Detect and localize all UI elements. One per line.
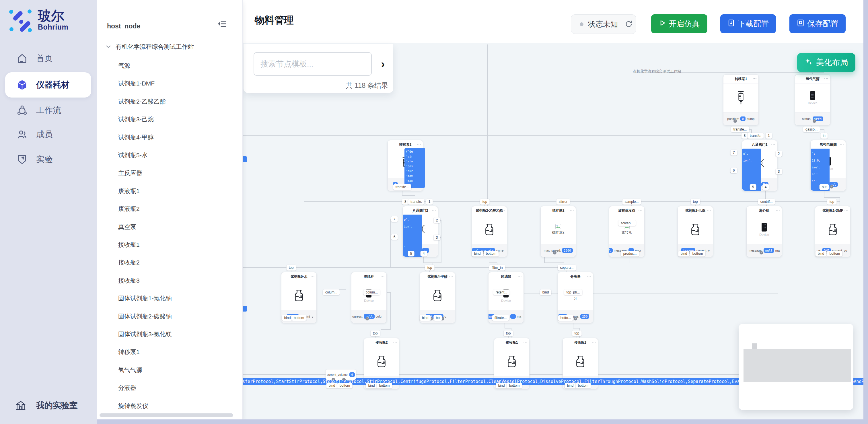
node-menu-icon[interactable] xyxy=(587,276,591,277)
port-label[interactable]: 2 xyxy=(434,217,440,223)
port-label[interactable]: produc... xyxy=(621,251,639,256)
node-menu-icon[interactable] xyxy=(840,144,844,145)
port-label[interactable]: separa... xyxy=(558,265,576,271)
port-label[interactable]: bottom xyxy=(576,383,591,388)
port-label[interactable]: 4 xyxy=(421,251,427,256)
sidebar-item-my-lab[interactable]: 我的实验室 xyxy=(0,394,97,418)
value-chip[interactable]: l xyxy=(609,248,613,253)
sidebar-item-仪器耗材[interactable]: 仪器耗材 xyxy=(5,72,91,97)
node-menu-icon[interactable] xyxy=(381,276,384,277)
node-menu-icon[interactable] xyxy=(771,144,775,145)
node-氢气气源[interactable]: 氢气气源Devicestatus:OPEN› xyxy=(795,74,830,125)
hidden-node-param[interactable]: current_volume:0›› xyxy=(326,369,356,380)
tree-item-废液瓶1[interactable]: 废液瓶1 xyxy=(118,186,239,196)
node-menu-icon[interactable] xyxy=(393,342,397,342)
port-label[interactable]: top xyxy=(827,199,837,205)
refresh-icon[interactable] xyxy=(625,20,633,28)
port-label[interactable]: 6 xyxy=(731,168,737,173)
node-离心机[interactable]: 离心机Devicemessage:nullma› xyxy=(746,206,782,257)
port-label[interactable]: gasso... xyxy=(803,126,820,132)
port-label[interactable]: bind xyxy=(815,251,827,256)
port-label[interactable]: stirrer xyxy=(557,199,570,205)
start-simulation-button[interactable]: 开启仿真 xyxy=(651,14,707,33)
port-label[interactable]: bind xyxy=(496,383,507,388)
tree-item-旋转蒸发仪[interactable]: 旋转蒸发仪 xyxy=(118,401,239,411)
download-config-button[interactable]: 下载配置 xyxy=(720,14,776,33)
node-menu-icon[interactable] xyxy=(639,210,642,211)
save-config-button[interactable]: 保存配置 xyxy=(789,14,846,33)
tree-item-分液器[interactable]: 分液器 xyxy=(118,383,239,393)
port-label[interactable]: filter_in xyxy=(489,265,505,271)
port-label[interactable]: 1 xyxy=(426,199,433,205)
port-label[interactable]: in xyxy=(820,133,828,139)
tree-item-氢气气源[interactable]: 氢气气源 xyxy=(118,365,239,375)
port-label[interactable]: 6 xyxy=(391,234,398,240)
node-试剂瓶1-DMF[interactable]: 试剂瓶1-DMFe:DMFcurrent_vo›› xyxy=(815,206,850,257)
port-label[interactable]: 8 xyxy=(742,133,748,139)
node-menu-icon[interactable] xyxy=(311,276,314,277)
node-八通阀门1[interactable]: 八通阀门1status:Id›p', ion': ' xyxy=(742,140,777,191)
node-menu-icon[interactable] xyxy=(501,210,505,211)
port-label[interactable]: bottom xyxy=(377,383,392,388)
node-转移泵2[interactable]: 转移泵20pump_info:›{'de 'vir 'sta 'pos 'cur… xyxy=(388,140,423,191)
node-menu-icon[interactable] xyxy=(844,210,848,211)
port-label[interactable]: top xyxy=(480,199,490,205)
edge[interactable] xyxy=(391,219,395,268)
node-试剂瓶2-乙酸乙酯[interactable]: 试剂瓶2-乙酸乙酯hyl_acetatecurre›› xyxy=(472,206,507,257)
node-menu-icon[interactable] xyxy=(432,210,436,211)
node-洗脱柱[interactable]: 洗脱柱Deviceogress:nullcolu› xyxy=(351,272,387,323)
port-label[interactable]: bind xyxy=(565,383,576,388)
tree-item-试剂瓶2-乙酸乙酯[interactable]: 试剂瓶2-乙酸乙酯 xyxy=(118,97,239,107)
port-label[interactable]: bottom xyxy=(827,251,842,256)
tree-item-转移泵1[interactable]: 转移泵1 xyxy=(118,347,239,357)
sidebar-item-成员[interactable]: 成员 xyxy=(0,122,97,147)
edge[interactable] xyxy=(730,155,734,202)
port-handle-icon[interactable]: › xyxy=(366,317,369,321)
port-label[interactable]: bind xyxy=(678,251,689,256)
sidebar-item-工作流[interactable]: 工作流 xyxy=(0,98,97,122)
port-label[interactable]: 8 xyxy=(402,199,409,205)
port-label[interactable]: bind xyxy=(420,315,431,321)
tree-item-固体试剂瓶1-氯化钠[interactable]: 固体试剂瓶1-氯化钠 xyxy=(118,294,239,303)
port-label[interactable]: top xyxy=(425,265,435,271)
port-label[interactable]: solven... xyxy=(618,220,636,226)
tree-item-接收瓶2[interactable]: 接收瓶2 xyxy=(118,258,239,267)
port-label[interactable]: transfe... xyxy=(731,126,749,132)
port-label[interactable]: 5 xyxy=(750,184,756,190)
port-label[interactable]: out xyxy=(819,184,829,190)
tree-item-真空泵[interactable]: 真空泵 xyxy=(118,222,239,232)
port-label[interactable]: filtrate... xyxy=(492,315,509,321)
port-label[interactable]: sample... xyxy=(622,199,641,205)
port-label[interactable]: top xyxy=(371,331,380,336)
port-label[interactable]: bind xyxy=(366,383,377,388)
port-label[interactable]: bind xyxy=(327,383,338,388)
search-input[interactable] xyxy=(254,52,372,76)
port-label[interactable]: 1 xyxy=(766,133,772,139)
tree-item-主反应器[interactable]: 主反应器 xyxy=(118,168,239,178)
node-menu-icon[interactable] xyxy=(707,210,711,211)
node-menu-icon[interactable] xyxy=(417,144,421,145)
port-label[interactable]: top xyxy=(691,199,700,205)
edge[interactable] xyxy=(424,256,433,263)
node-氢气电磁阀[interactable]: 氢气电磁阀Devicestatus:nul›': 12.0, ime': en'… xyxy=(810,140,846,191)
value-chip[interactable]: 0 xyxy=(349,372,354,377)
port-handle-icon[interactable]: › xyxy=(813,119,816,123)
port-handle-icon[interactable]: › xyxy=(574,317,577,321)
port-label[interactable]: top xyxy=(504,331,513,336)
port-label[interactable]: bottom xyxy=(337,383,352,388)
tree-item-试剂瓶5-水[interactable]: 试剂瓶5-水 xyxy=(118,150,239,160)
node-搅拌器2[interactable]: 搅拌器2搅拌器2max_speed:2000› xyxy=(540,206,576,257)
port-label[interactable]: botto... xyxy=(558,315,574,321)
port-label[interactable]: bottom xyxy=(484,251,499,256)
value-chip[interactable]: – xyxy=(510,314,516,319)
value-chip[interactable]: 0 xyxy=(740,117,745,121)
port-label[interactable]: bottom xyxy=(507,383,522,388)
node-试剂瓶3-己烷[interactable]: 试剂瓶3-己烷hexanecurrent_v›› xyxy=(678,206,713,257)
tree-item-试剂瓶4-甲醇[interactable]: 试剂瓶4-甲醇 xyxy=(118,132,239,142)
port-label[interactable]: bind xyxy=(472,251,483,256)
node-menu-icon[interactable] xyxy=(753,78,756,79)
port-label[interactable]: transfe. xyxy=(408,199,424,205)
tree-item-试剂瓶1-DMF[interactable]: 试剂瓶1-DMF xyxy=(118,79,239,88)
port-label[interactable]: top_ph... xyxy=(564,290,582,295)
port-label[interactable]: transfe. xyxy=(747,133,764,139)
